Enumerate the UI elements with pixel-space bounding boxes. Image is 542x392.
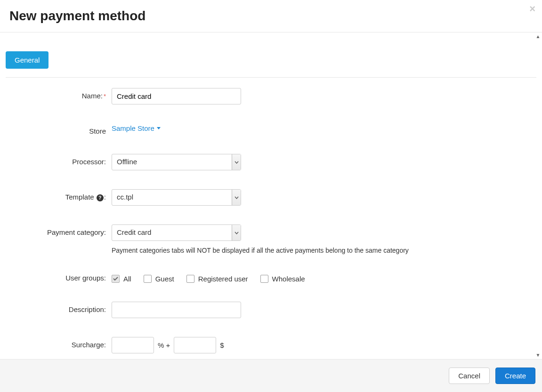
row-name: Name:* [6,88,536,104]
tab-general[interactable]: General [6,51,49,69]
label-name: Name:* [6,88,112,100]
checkbox-icon [144,275,152,283]
user-group-label: Guest [155,275,174,283]
row-template: Template ?: cc.tpl [6,189,536,206]
label-surcharge: Surcharge: [6,337,112,349]
select-arrow-icon [232,154,241,170]
user-group-option[interactable]: Guest [144,275,174,283]
payment-category-hint: Payment categories tabs will NOT be disp… [112,247,536,254]
modal-header: New payment method × [0,0,542,32]
processor-select[interactable]: Offline [112,154,241,170]
cancel-button[interactable]: Cancel [449,368,490,384]
user-group-option[interactable]: Wholesale [260,275,305,283]
select-arrow-icon [232,225,241,240]
user-group-label: All [123,275,131,283]
user-group-label: Wholesale [272,275,305,283]
label-user-groups: User groups: [6,273,112,282]
new-payment-method-modal: New payment method × ▲ ▼ General Name:* … [0,0,542,392]
user-group-label: Registered user [198,275,248,283]
checkbox-icon [186,275,194,283]
store-value: Sample Store [112,124,154,132]
label-processor: Processor: [6,154,112,166]
surcharge-pct-symbol: % + [158,341,170,349]
description-input[interactable] [112,302,241,318]
payment-category-value: Credit card [112,225,232,240]
template-select[interactable]: cc.tpl [112,189,241,206]
checkbox-checked-icon [112,275,120,283]
name-input[interactable] [112,88,241,104]
row-description: Description: [6,302,536,318]
scroll-down-arrow-icon[interactable]: ▼ [535,352,541,358]
user-groups-checkboxes: AllGuestRegistered userWholesale [112,273,536,283]
surcharge-fixed-input[interactable] [174,337,216,353]
checkbox-icon [260,275,268,283]
help-icon[interactable]: ? [97,194,104,201]
row-processor: Processor: Offline [6,154,536,170]
user-group-option[interactable]: Registered user [186,275,248,283]
caret-down-icon [157,127,161,129]
modal-body-wrap: ▲ ▼ General Name:* Store Sample Store [0,32,542,359]
label-template: Template ?: [6,189,112,201]
row-store: Store Sample Store [6,123,536,135]
row-payment-category: Payment category: Credit card Payment ca… [6,224,536,254]
row-surcharge: Surcharge: % + $ [6,337,536,353]
label-payment-category: Payment category: [6,224,112,236]
payment-category-select[interactable]: Credit card [112,224,241,241]
processor-value: Offline [112,154,232,170]
scroll-up-arrow-icon[interactable]: ▲ [535,33,541,40]
modal-title: New payment method [9,8,533,24]
row-user-groups: User groups: AllGuestRegistered userWhol… [6,273,536,283]
close-icon[interactable]: × [529,3,535,15]
required-star-icon: * [104,93,106,100]
surcharge-percent-input[interactable] [112,337,154,353]
create-button[interactable]: Create [495,368,535,384]
modal-body: General Name:* Store Sample Store [0,32,542,359]
surcharge-currency-symbol: $ [220,341,224,349]
template-value: cc.tpl [112,190,232,205]
label-store: Store [6,123,112,135]
tab-divider [6,77,536,78]
user-group-option[interactable]: All [112,275,131,283]
label-description: Description: [6,302,112,313]
select-arrow-icon [232,190,241,205]
store-picker[interactable]: Sample Store [112,124,161,132]
modal-footer: Cancel Create [0,359,542,392]
